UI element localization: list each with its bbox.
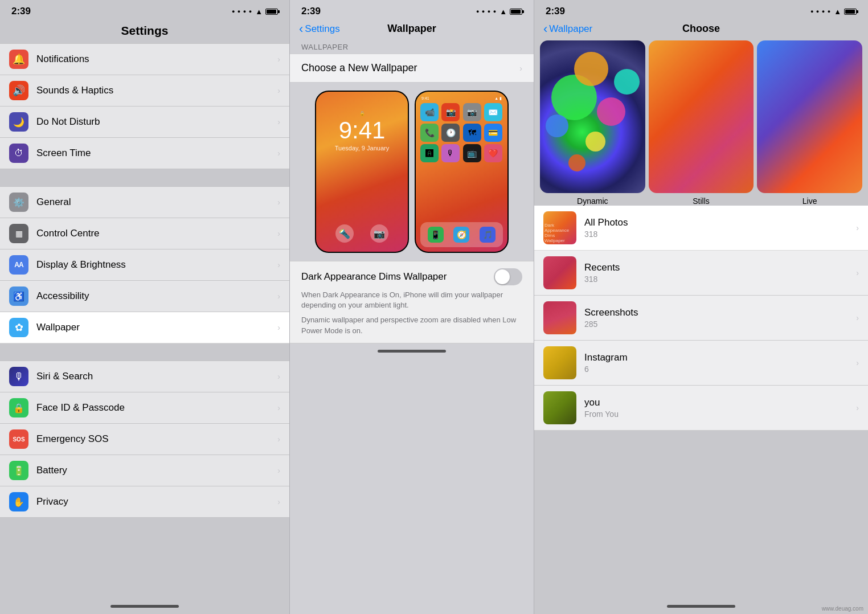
album-allphotos[interactable]: Dark Appearance Dims Wallpaper All Photo… [534, 206, 868, 251]
toggle-row: Dark Appearance Dims Wallpaper [301, 268, 522, 285]
back-to-settings[interactable]: Settings [299, 22, 340, 36]
screenshots-name: Screenshots [584, 307, 856, 318]
group-spacer-2 [0, 345, 289, 361]
screenshots-count: 285 [584, 320, 856, 329]
choose-new-wallpaper-row[interactable]: Choose a New Wallpaper › [290, 54, 534, 83]
mock-home-icons: ▲ ▮ [494, 96, 502, 101]
screentime-icon: ⏱ [9, 144, 28, 163]
recents-thumb-bg [543, 256, 576, 289]
wallpaper-categories-row: Dynamic Stills Live [534, 40, 868, 206]
controlcentre-label: Control Centre [36, 228, 277, 239]
mock-app-facetime: 📹 [420, 103, 439, 121]
donotdisturb-icon: 🌙 [9, 112, 28, 132]
status-bar-1: 2:39 ● ● ● ● ▲ [0, 0, 289, 21]
screentime-label: Screen Time [36, 148, 277, 159]
mock-dock-phone: 📱 [428, 227, 444, 243]
displaybrightness-icon: AA [9, 255, 28, 275]
faceid-icon: 🔒 [9, 398, 28, 417]
screenshots-info: Screenshots 285 [584, 307, 856, 329]
privacy-label: Privacy [36, 496, 277, 507]
bubble-red [568, 154, 586, 171]
dark-appearance-toggle[interactable] [494, 268, 522, 285]
live-thumb [757, 40, 862, 193]
emergencysos-chevron: › [277, 435, 280, 444]
toggle-description2: Dynamic wallpaper and perspective zoom a… [301, 315, 522, 335]
controlcentre-icon: ▦ [9, 224, 28, 243]
group-spacer-1 [0, 170, 289, 186]
allphotos-info: All Photos 318 [584, 217, 856, 239]
settings-group-1: 🔔 Notifications › 🔊 Sounds & Haptics › 🌙… [0, 43, 289, 169]
allphotos-chevron: › [856, 223, 859, 232]
home-screen-mockup: 9:41 ▲ ▮ 📹 📸 📷 ✉️ 📞 🕐 🗺 💳 🅰 🎙 📺 ❤️ [415, 91, 509, 253]
dark-appearance-toggle-section: Dark Appearance Dims Wallpaper When Dark… [290, 261, 534, 343]
sounds-chevron: › [277, 86, 280, 95]
mock-lock-time: 9:41 [339, 118, 386, 142]
settings-item-wallpaper[interactable]: ✿ Wallpaper › [0, 312, 289, 343]
instagram-info: Instagram 6 [584, 352, 856, 374]
mock-app-wallet: 💳 [484, 124, 502, 142]
status-bar-2: 2:39 ● ● ● ● ▲ [290, 0, 534, 21]
album-recents[interactable]: Recents 318 › [534, 251, 868, 296]
status-time-2: 2:39 [301, 6, 321, 17]
recents-thumb [543, 256, 576, 289]
mock-app-phone: 📞 [420, 124, 439, 142]
allphotos-count: 318 [584, 230, 856, 239]
settings-item-general[interactable]: ⚙️ General › [0, 186, 289, 218]
sounds-icon: 🔊 [9, 81, 28, 100]
category-live[interactable]: Live [757, 40, 862, 206]
settings-item-siri[interactable]: 🎙 Siri & Search › [0, 361, 289, 392]
settings-item-controlcentre[interactable]: ▦ Control Centre › [0, 218, 289, 249]
mock-app-maps: 🗺 [463, 124, 481, 142]
category-dynamic[interactable]: Dynamic [540, 40, 645, 206]
settings-item-faceid[interactable]: 🔒 Face ID & Passcode › [0, 392, 289, 424]
emergencysos-label: Emergency SOS [36, 433, 277, 445]
instagram-chevron: › [856, 358, 859, 367]
status-icons-2: ● ● ● ● ▲ [476, 7, 522, 16]
settings-item-sounds[interactable]: 🔊 Sounds & Haptics › [0, 75, 289, 107]
camera-icon: 📷 [370, 224, 388, 243]
dynamic-thumb [540, 40, 645, 193]
accessibility-icon: ♿ [9, 286, 28, 306]
nav-bar-3: Wallpaper Choose [534, 21, 868, 40]
flashlight-icon: 🔦 [335, 224, 354, 243]
status-icons-3: ● ● ● ● ▲ [810, 7, 857, 16]
settings-item-notifications[interactable]: 🔔 Notifications › [0, 43, 289, 75]
wallpaper-section-header: WALLPAPER [290, 39, 534, 54]
album-instagram[interactable]: Instagram 6 › [534, 341, 868, 386]
settings-item-privacy[interactable]: ✋ Privacy › [0, 486, 289, 518]
status-icons-1: ● ● ● ● ▲ [232, 7, 278, 16]
choose-chevron: › [519, 64, 522, 73]
album-screenshots[interactable]: Screenshots 285 › [534, 296, 868, 341]
bubble-pink [597, 97, 625, 126]
you-thumb [543, 391, 576, 424]
allphotos-thumb-label: Dark Appearance Dims Wallpaper [544, 223, 576, 243]
controlcentre-chevron: › [277, 229, 280, 238]
battery-chevron: › [277, 466, 280, 475]
battery-label: Battery [36, 465, 277, 476]
settings-item-donotdisturb[interactable]: 🌙 Do Not Disturb › [0, 107, 289, 138]
wallpaper-icon: ✿ [9, 318, 28, 337]
battery-icon-1 [265, 9, 278, 15]
settings-panel: 2:39 ● ● ● ● ▲ Settings 🔔 Notifications … [0, 0, 289, 614]
nav-bar-2: Settings Wallpaper [290, 21, 534, 39]
battery-icon-2 [510, 9, 522, 15]
wifi-icon-3: ▲ [834, 7, 841, 16]
back-to-wallpaper[interactable]: Wallpaper [543, 22, 592, 36]
settings-item-emergencysos[interactable]: SOS Emergency SOS › [0, 424, 289, 455]
album-you[interactable]: you From You › [534, 386, 868, 431]
settings-item-accessibility[interactable]: ♿ Accessibility › [0, 281, 289, 312]
dynamic-label: Dynamic [577, 197, 608, 206]
dynamic-bg [540, 40, 645, 193]
settings-item-displaybrightness[interactable]: AA Display & Brightness › [0, 249, 289, 281]
bubble-yellow [586, 132, 605, 152]
home-indicator-3 [534, 598, 868, 614]
wallpaper-label: Wallpaper [36, 322, 277, 333]
category-stills[interactable]: Stills [649, 40, 754, 206]
live-bg [757, 40, 862, 193]
screentime-chevron: › [277, 149, 280, 158]
choose-new-wallpaper-label: Choose a New Wallpaper [301, 62, 519, 74]
settings-item-battery[interactable]: 🔋 Battery › [0, 455, 289, 486]
settings-item-screentime[interactable]: ⏱ Screen Time › [0, 138, 289, 169]
back-label-3: Wallpaper [549, 23, 592, 35]
general-label: General [36, 197, 277, 208]
